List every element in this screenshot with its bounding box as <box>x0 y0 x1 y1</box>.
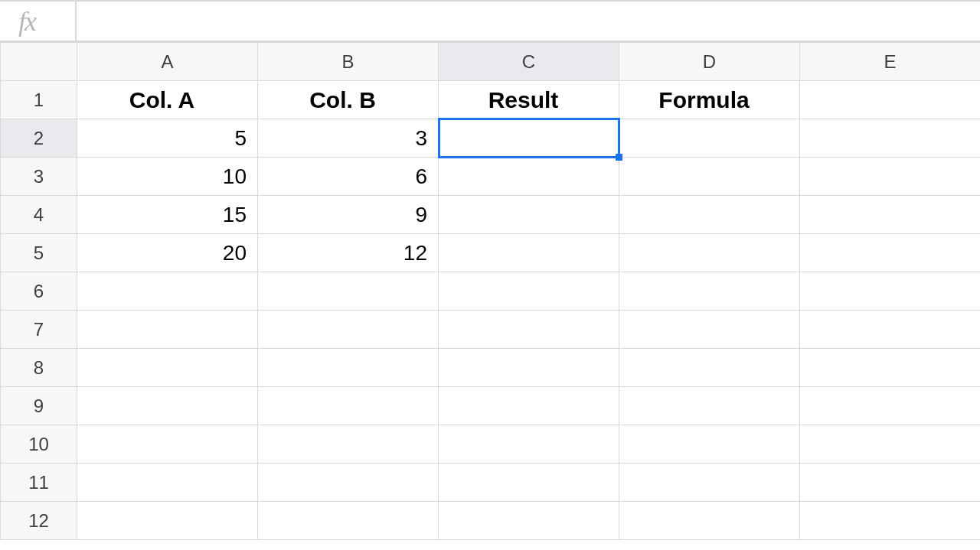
grid-table: A B C D E 1 Col. A Col. B Result Formula… <box>0 42 980 540</box>
cell-D9[interactable] <box>619 387 800 425</box>
cell-A3[interactable]: 10 <box>77 158 258 196</box>
cell-C8[interactable] <box>439 349 619 387</box>
row-header-12[interactable]: 12 <box>1 502 77 540</box>
column-header-A[interactable]: A <box>77 43 258 81</box>
cell-D7[interactable] <box>619 311 800 349</box>
cell-E2[interactable] <box>800 119 981 158</box>
cell-D10[interactable] <box>619 425 800 464</box>
selection-border <box>438 118 620 158</box>
cell-E3[interactable] <box>800 158 981 196</box>
cell-C6[interactable] <box>439 272 619 311</box>
cell-C9[interactable] <box>439 387 619 425</box>
cell-D4[interactable] <box>619 196 800 234</box>
cell-A7[interactable] <box>77 311 258 349</box>
cell-C10[interactable] <box>439 425 619 464</box>
cell-E5[interactable] <box>800 234 981 272</box>
cell-D1[interactable]: Formula <box>619 81 800 119</box>
cell-E12[interactable] <box>800 502 981 540</box>
cell-E7[interactable] <box>800 311 981 349</box>
row-header-9[interactable]: 9 <box>1 387 77 425</box>
row-header-4[interactable]: 4 <box>1 196 77 234</box>
cell-B11[interactable] <box>258 464 439 502</box>
cell-A1[interactable]: Col. A <box>77 81 258 119</box>
cell-B4[interactable]: 9 <box>258 196 439 234</box>
cell-A6[interactable] <box>77 272 258 311</box>
cell-A2[interactable]: 5 <box>77 119 258 158</box>
row-header-3[interactable]: 3 <box>1 158 77 196</box>
select-all-corner[interactable] <box>1 43 77 81</box>
cell-D6[interactable] <box>619 272 800 311</box>
cell-A12[interactable] <box>77 502 258 540</box>
row-header-11[interactable]: 11 <box>1 464 77 502</box>
cell-D12[interactable] <box>619 502 800 540</box>
cell-C2[interactable] <box>439 119 619 158</box>
cell-B1[interactable]: Col. B <box>258 81 439 119</box>
cell-E6[interactable] <box>800 272 981 311</box>
cell-C7[interactable] <box>439 311 619 349</box>
fx-icon: fx <box>0 2 77 41</box>
cell-E11[interactable] <box>800 464 981 502</box>
row-header-8[interactable]: 8 <box>1 349 77 387</box>
row-header-1[interactable]: 1 <box>1 81 77 119</box>
column-header-C[interactable]: C <box>439 43 619 81</box>
row-header-5[interactable]: 5 <box>1 234 77 272</box>
row-header-2[interactable]: 2 <box>1 119 77 158</box>
cell-B3[interactable]: 6 <box>258 158 439 196</box>
cell-C11[interactable] <box>439 464 619 502</box>
cell-A5[interactable]: 20 <box>77 234 258 272</box>
cell-D5[interactable] <box>619 234 800 272</box>
cell-B12[interactable] <box>258 502 439 540</box>
cell-B9[interactable] <box>258 387 439 425</box>
row-header-10[interactable]: 10 <box>1 425 77 464</box>
cell-A11[interactable] <box>77 464 258 502</box>
cell-E9[interactable] <box>800 387 981 425</box>
cell-A10[interactable] <box>77 425 258 464</box>
cell-D11[interactable] <box>619 464 800 502</box>
cell-C12[interactable] <box>439 502 619 540</box>
cell-E4[interactable] <box>800 196 981 234</box>
cell-C4[interactable] <box>439 196 619 234</box>
cell-D2[interactable] <box>619 119 800 158</box>
cell-E1[interactable] <box>800 81 981 119</box>
cell-C5[interactable] <box>439 234 619 272</box>
formula-input[interactable] <box>77 2 980 41</box>
cell-E10[interactable] <box>800 425 981 464</box>
column-header-D[interactable]: D <box>619 43 800 81</box>
spreadsheet-grid: A B C D E 1 Col. A Col. B Result Formula… <box>0 42 980 540</box>
cell-B8[interactable] <box>258 349 439 387</box>
cell-B2[interactable]: 3 <box>258 119 439 158</box>
cell-B7[interactable] <box>258 311 439 349</box>
cell-A8[interactable] <box>77 349 258 387</box>
cell-A9[interactable] <box>77 387 258 425</box>
column-header-E[interactable]: E <box>800 43 981 81</box>
cell-D3[interactable] <box>619 158 800 196</box>
formula-bar: fx <box>0 0 980 42</box>
cell-B5[interactable]: 12 <box>258 234 439 272</box>
cell-B6[interactable] <box>258 272 439 311</box>
cell-E8[interactable] <box>800 349 981 387</box>
cell-B10[interactable] <box>258 425 439 464</box>
row-header-6[interactable]: 6 <box>1 272 77 311</box>
cell-D8[interactable] <box>619 349 800 387</box>
row-header-7[interactable]: 7 <box>1 311 77 349</box>
column-header-B[interactable]: B <box>258 43 439 81</box>
cell-A4[interactable]: 15 <box>77 196 258 234</box>
fill-handle[interactable] <box>616 154 622 161</box>
cell-C1[interactable]: Result <box>439 81 619 119</box>
cell-C3[interactable] <box>439 158 619 196</box>
